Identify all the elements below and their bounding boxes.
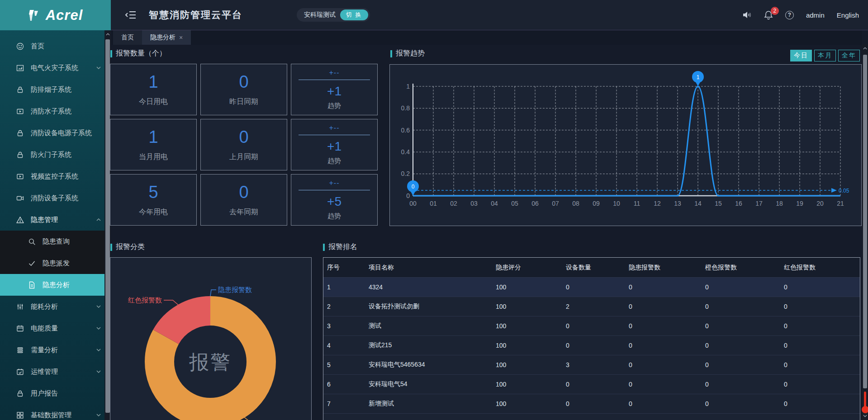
sidebar-item-fire-water[interactable]: 消防水子系统 (0, 100, 111, 122)
table-row[interactable]: 6安科瑞电气541000000 (323, 374, 860, 394)
trend-line-chart-svg: 0.05 0 1 1 0.8 0.6 0.4 0.2 0 (390, 65, 861, 226)
logo: Acrel (0, 0, 111, 30)
sidebar-item-smoke-control[interactable]: 防排烟子系统 (0, 79, 111, 100)
table-row[interactable]: 143241000000 (323, 277, 860, 297)
svg-text:02: 02 (450, 200, 457, 207)
stat-card-year-trend: +-- +5 趋势 (291, 174, 378, 226)
sidebar-item-hazard-management[interactable]: 隐患管理 (0, 209, 111, 231)
smart-fire-dashboard: Acrel 智慧消防管理云平台 安科瑞测试 切 换 2 ? admin (0, 0, 868, 420)
table-row[interactable]: 4测试2151000000 (323, 335, 860, 355)
table-row[interactable]: 2设备拓扑测试勿删1002000 (323, 297, 860, 316)
sidebar-item-fire-equipment[interactable]: 消防设备子系统 (0, 187, 111, 209)
svg-text:10: 10 (613, 200, 620, 207)
sidebar-item-hazard-analysis[interactable]: 隐患分析 (0, 274, 111, 296)
callout-line-red (164, 300, 179, 306)
switch-tenant-button[interactable]: 切 换 (340, 9, 368, 20)
sidebar-item-fire-power[interactable]: 消防设备电源子系统 (0, 122, 111, 144)
svg-text:0.8: 0.8 (401, 104, 410, 112)
average-line-label: 0.05 (839, 188, 849, 194)
sidebar-item-user-report[interactable]: 用户报告 (0, 382, 111, 404)
sidebar: 首页 电气火灾子系统 防排烟子系统 消防水子系统 消防设备电源子系统 防 (0, 30, 111, 420)
title-accent-bar (390, 50, 392, 57)
video-icon (16, 173, 24, 180)
alarm-classification-title: 报警分类 (110, 242, 145, 252)
calendar-check-icon (16, 368, 24, 376)
svg-text:0.6: 0.6 (401, 127, 410, 134)
stat-card-last-year: 0 去年同期 (200, 174, 287, 226)
sidebar-item-ops-management[interactable]: 运维管理 (0, 361, 111, 382)
sidebar-item-energy-analysis[interactable]: 能耗分析 (0, 296, 111, 317)
alarm-count-title: 报警数量（个） (110, 49, 166, 58)
tab-bar: 首页 隐患分析 × (111, 30, 862, 45)
alert-thermometer-bulb (862, 406, 868, 413)
lock-icon (16, 151, 24, 159)
svg-text:18: 18 (776, 200, 783, 207)
lock-icon (16, 390, 24, 397)
chevron-down-icon (96, 305, 101, 308)
tab-home[interactable]: 首页 (113, 30, 142, 45)
svg-text:11: 11 (634, 200, 640, 207)
scroll-up-icon[interactable] (862, 44, 868, 53)
language-switch[interactable]: English (837, 11, 859, 19)
range-button-year[interactable]: 全年 (838, 50, 860, 61)
svg-text:05: 05 (511, 200, 518, 207)
marker-pin-peak: 1 (692, 71, 704, 86)
stat-card-day-trend: +-- +1 趋势 (291, 64, 378, 115)
svg-text:15: 15 (715, 200, 722, 207)
svg-text:09: 09 (593, 200, 600, 207)
alarm-classification-chart[interactable]: 报警 隐患报警数 红色报警数 (110, 257, 312, 420)
callout-label-red: 红色报警数 (128, 296, 162, 304)
user-menu[interactable]: admin (806, 11, 825, 19)
stat-card-month-trend: +-- +1 趋势 (291, 119, 378, 170)
alarm-trend-chart[interactable]: 0.05 0 1 1 0.8 0.6 0.4 0.2 0 (389, 64, 862, 226)
alarm-count-cards: 1 今日用电 0 昨日同期 +-- +1 趋势 1 当月用电 0 上月同期 +-… (110, 64, 378, 226)
speaker-icon[interactable] (742, 10, 752, 19)
range-button-today[interactable]: 今日 (790, 50, 812, 61)
title-accent-bar (110, 50, 112, 57)
sidebar-item-video-monitor[interactable]: 视频监控子系统 (0, 165, 111, 187)
range-button-month[interactable]: 本月 (814, 50, 836, 61)
sidebar-item-hazard-query[interactable]: 隐患查询 (0, 231, 111, 252)
scroll-down-icon[interactable] (862, 415, 868, 417)
alarm-trend-title: 报警趋势 (390, 49, 425, 58)
chevron-down-icon (96, 370, 101, 373)
sidebar-item-demand-analysis[interactable]: 需量分析 (0, 339, 111, 361)
sidebar-scrollbar-thumb[interactable] (105, 39, 110, 413)
svg-text:0: 0 (406, 192, 410, 199)
table-row[interactable]: 5安科瑞电气54656341003000 (323, 355, 860, 374)
fraction-divider (299, 80, 370, 80)
layers-icon (16, 346, 24, 354)
tab-hazard-analysis[interactable]: 隐患分析 × (142, 30, 191, 45)
svg-text:07: 07 (552, 200, 559, 207)
close-tab-icon[interactable]: × (179, 34, 183, 41)
sidebar-item-base-data[interactable]: 基础数据管理 (0, 404, 111, 420)
sidebar-item-hazard-dispatch[interactable]: 隐患派发 (0, 252, 111, 274)
x-tick-labels: 00 01 02 03 04 05 06 07 08 09 10 11 12 1… (409, 200, 844, 207)
svg-text:00: 00 (409, 200, 417, 207)
hazard-submenu: 隐患查询 隐患派发 隐患分析 (0, 231, 111, 296)
content-scrollbar-thumb[interactable] (863, 55, 867, 388)
y-tick-labels: 1 0.8 0.6 0.4 0.2 0 (401, 83, 410, 199)
stat-card-today: 1 今日用电 (110, 64, 197, 115)
content-scrollbar[interactable] (862, 44, 868, 420)
chart-icon (16, 64, 24, 72)
camera-icon (16, 194, 24, 202)
sidebar-item-fire-door[interactable]: 防火门子系统 (0, 144, 111, 165)
callout-line-hidden (210, 290, 216, 296)
help-icon[interactable]: ? (785, 11, 794, 19)
scroll-up-icon[interactable] (104, 30, 111, 38)
alert-thermometer-indicator (864, 392, 866, 408)
table-row[interactable]: 3测试1000000 (323, 316, 860, 335)
alarm-ranking-table: 序号项目名称隐患评分设备数量隐患报警数橙色报警数红色报警数 1432410000… (323, 257, 860, 420)
chevron-up-icon (96, 218, 101, 221)
menu-fold-icon[interactable] (125, 10, 136, 19)
sidebar-item-power-quality[interactable]: 电能质量 (0, 317, 111, 339)
stat-card-month: 1 当月用电 (110, 119, 197, 170)
svg-text:21: 21 (837, 200, 844, 207)
svg-text:0: 0 (412, 184, 415, 190)
svg-text:13: 13 (674, 200, 681, 207)
sidebar-item-home[interactable]: 首页 (0, 35, 111, 57)
table-row[interactable]: 7新增测试1000000 (323, 394, 860, 413)
notification-bell-icon[interactable]: 2 (764, 10, 773, 20)
sidebar-item-electrical-fire[interactable]: 电气火灾子系统 (0, 57, 111, 79)
